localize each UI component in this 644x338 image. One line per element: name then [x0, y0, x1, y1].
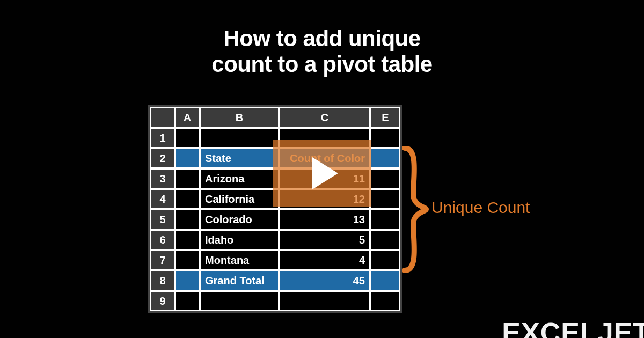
column-header-row: A B C E: [150, 107, 400, 128]
row-header: 1: [150, 128, 175, 148]
cell-a8: [175, 270, 200, 291]
row-header: 8: [150, 270, 175, 291]
cell-a6: [175, 230, 200, 250]
col-header-c: C: [279, 107, 370, 128]
cell-e4: [370, 189, 400, 209]
cell-a2: [175, 148, 200, 168]
cell-a4: [175, 189, 200, 209]
cell-a5: [175, 209, 200, 230]
count-cell: 4: [279, 250, 370, 270]
cell-a3: [175, 168, 200, 189]
cell-e5: [370, 209, 400, 230]
total-value: 45: [279, 270, 370, 291]
state-cell: Colorado: [200, 209, 279, 230]
callout-label: Unique Count: [431, 199, 530, 217]
cell-e6: [370, 230, 400, 250]
state-cell: Montana: [200, 250, 279, 270]
state-cell: Idaho: [200, 230, 279, 250]
table-row: 6 Idaho 5: [150, 230, 400, 250]
callout-brace: [400, 146, 433, 273]
table-row: 5 Colorado 13: [150, 209, 400, 230]
row-header: 7: [150, 250, 175, 270]
cell-e1: [370, 128, 400, 148]
cell-e3: [370, 168, 400, 189]
count-cell: 13: [279, 209, 370, 230]
col-header-a: A: [175, 107, 200, 128]
title-line-2: count to a pivot table: [211, 52, 432, 77]
cell-c9: [279, 291, 370, 311]
brand-logo-text: EXCELJET: [502, 317, 644, 338]
row-header: 2: [150, 148, 175, 168]
row-header: 5: [150, 209, 175, 230]
pivot-header-state: State: [200, 148, 279, 168]
count-cell: 5: [279, 230, 370, 250]
cell-e2: [370, 148, 400, 168]
cell-e9: [370, 291, 400, 311]
cell-a7: [175, 250, 200, 270]
brace-icon: [400, 146, 433, 273]
cell-b9: [200, 291, 279, 311]
total-label: Grand Total: [200, 270, 279, 291]
cell-e8: [370, 270, 400, 291]
state-cell: Arizona: [200, 168, 279, 189]
state-cell: California: [200, 189, 279, 209]
play-button[interactable]: [273, 140, 371, 207]
row-header: 4: [150, 189, 175, 209]
pivot-table-container: A B C E 1 2 State Count of Color 3 Arizo…: [148, 105, 402, 313]
cell-e7: [370, 250, 400, 270]
cell-a1: [175, 128, 200, 148]
title-line-1: How to add unique: [223, 26, 420, 51]
table-row: 9: [150, 291, 400, 311]
page-title: How to add unique count to a pivot table: [0, 0, 644, 78]
cell-a9: [175, 291, 200, 311]
table-row: 7 Montana 4: [150, 250, 400, 270]
header-corner: [150, 107, 175, 128]
row-header: 6: [150, 230, 175, 250]
total-row: 8 Grand Total 45: [150, 270, 400, 291]
row-header: 3: [150, 168, 175, 189]
cell-b1: [200, 128, 279, 148]
col-header-b: B: [200, 107, 279, 128]
pivot-table: A B C E 1 2 State Count of Color 3 Arizo…: [148, 105, 402, 313]
col-header-e: E: [370, 107, 400, 128]
play-icon: [312, 157, 338, 189]
row-header: 9: [150, 291, 175, 311]
